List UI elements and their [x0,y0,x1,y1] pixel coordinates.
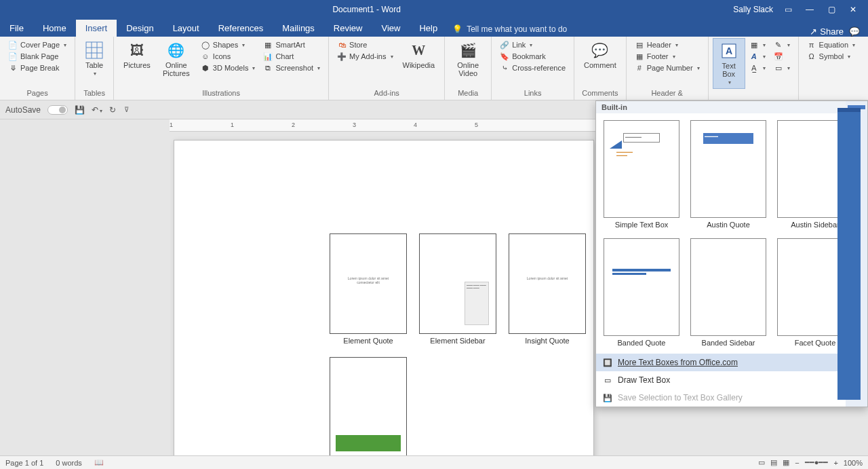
redo-button[interactable]: ↻ [109,105,116,115]
tab-references[interactable]: References [209,20,273,37]
quick-parts-button[interactable]: ▦▾ [748,39,767,50]
comments-pane-icon[interactable]: 💬 [849,26,860,37]
group-addins-label: Add-ins [333,89,440,98]
online-video-icon: 🎬 [458,41,477,60]
group-links: 🔗Link▾ 🔖Bookmark ⤷Cross-reference Links [492,37,574,100]
tab-insert[interactable]: Insert [76,20,117,37]
tab-layout[interactable]: Layout [163,20,209,37]
web-layout-button[interactable]: ▦ [783,458,789,467]
lightbulb-icon: 💡 [452,24,462,34]
minimize-button[interactable]: — [803,5,816,14]
blank-page-button[interactable]: 📄Blank Page [7,51,68,62]
my-addins-button[interactable]: ➕My Add-ins▾ [336,51,394,62]
ribbon-display-icon[interactable]: ▭ [781,5,795,14]
save-button[interactable]: 💾 [75,105,85,115]
page-number-label: Page Number [647,64,693,72]
autosave-toggle[interactable] [47,105,68,115]
tab-help[interactable]: Help [410,20,447,37]
qat-customize-button[interactable]: ⊽ [124,106,129,113]
tab-mailings[interactable]: Mailings [273,20,324,37]
wordart-icon: A [749,52,759,61]
draw-text-box-button[interactable]: ▭ Draw Text Box [596,371,867,389]
gallery-label: Banded Quote [618,339,666,347]
cover-page-button[interactable]: 📄Cover Page▾ [7,39,68,50]
gallery-item-insight-sidebar[interactable]: Insight Sidebar [330,357,407,468]
text-box-button[interactable]: AText Box▾ [713,38,745,89]
gallery-item-banded-sidebar[interactable]: Banded Sidebar [690,238,767,347]
gallery-item-element-quote[interactable]: Lorem ipsum dolor sit amet consectetur e… [330,233,407,345]
bookmark-button[interactable]: 🔖Bookmark [498,51,567,62]
smartart-button[interactable]: ▦SmartArt [262,39,321,50]
page-number-button[interactable]: #Page Number▾ [633,62,701,73]
equation-icon: π [807,40,816,50]
wordart-button[interactable]: A▾ [748,51,767,62]
pictures-button[interactable]: 🖼Pictures [118,38,156,72]
date-time-button[interactable]: 📅 [772,51,791,62]
online-video-button[interactable]: 🎬Online Video [449,38,487,80]
window-title: Document1 - Word [0,5,733,14]
gallery-item-insight-quote[interactable]: Lorem ipsum dolor sit amet Insight Quote [509,233,586,345]
close-button[interactable]: ✕ [846,5,860,14]
group-text-label [713,97,794,98]
tab-home[interactable]: Home [33,20,76,37]
zoom-slider[interactable]: ━━●━━ [805,458,829,467]
gallery-label: Insight Quote [525,337,569,345]
tab-review[interactable]: Review [324,20,372,37]
footer-button[interactable]: ▦Footer▾ [633,51,701,62]
cross-reference-button[interactable]: ⤷Cross-reference [498,62,567,73]
gallery-item-simple-text-box[interactable]: ▬▬▬▬▬▬ Simple Text Box [603,120,680,229]
date-time-icon: 📅 [774,52,783,61]
page-count[interactable]: Page 1 of 1 [5,459,43,467]
group-comments-label: Comments [578,89,622,98]
page-break-button[interactable]: ⤋Page Break [7,62,68,73]
signature-icon: ✎ [774,40,783,50]
comment-button[interactable]: 💬Comment [578,38,622,72]
equation-label: Equation [819,41,848,49]
object-button[interactable]: ▭▾ [772,62,791,73]
svg-text:A: A [726,45,732,56]
gallery-item-banded-quote[interactable]: Banded Quote [603,238,680,347]
tab-file[interactable]: File [0,20,33,37]
tell-me-search[interactable]: 💡 Tell me what you want to do [447,22,572,37]
zoom-out-button[interactable]: − [795,459,799,467]
shapes-button[interactable]: ◯Shapes▾ [199,39,257,50]
word-count[interactable]: 0 words [56,459,82,467]
equation-button[interactable]: πEquation▾ [806,39,856,50]
share-button[interactable]: ↗ Share [810,26,844,37]
zoom-level[interactable]: 100% [844,459,863,467]
page-number-icon: # [635,63,644,73]
signature-line-button[interactable]: ✎▾ [772,39,791,50]
link-button[interactable]: 🔗Link▾ [498,39,567,50]
3d-models-button[interactable]: ⬢3D Models▾ [199,62,257,73]
print-layout-button[interactable]: ▤ [770,458,777,467]
dropdown-header: Built-in [596,101,867,113]
symbol-button[interactable]: ΩSymbol▾ [806,51,856,62]
read-mode-button[interactable]: ▭ [758,458,765,467]
undo-button[interactable]: ↶▾ [92,105,102,115]
header-icon: ▤ [635,40,644,50]
chart-button[interactable]: 📊Chart [262,51,321,62]
online-pictures-button[interactable]: 🌐Online Pictures [156,38,197,80]
screenshot-button[interactable]: ⧉Screenshot▾ [262,62,321,73]
gallery-item-austin-quote[interactable]: ▬▬▬▬▬ Austin Quote [690,120,767,229]
tab-design[interactable]: Design [117,20,163,37]
user-name[interactable]: Sally Slack [733,5,773,14]
wikipedia-button[interactable]: WWikipedia [397,38,441,72]
zoom-in-button[interactable]: + [833,459,837,467]
chart-label: Chart [275,52,294,60]
maximize-button[interactable]: ▢ [825,5,838,14]
header-button[interactable]: ▤Header▾ [633,39,701,50]
footer-label: Footer [647,52,669,60]
icons-icon: ☺ [201,52,210,61]
spell-check-icon[interactable]: 📖 [94,458,104,467]
store-button[interactable]: 🛍Store [336,39,394,50]
group-text: AText Box▾ ▦▾ A▾ A̲▾ ✎▾ 📅 ▭▾ [709,37,799,100]
table-button[interactable]: Table▾ [79,38,109,79]
gallery-item-element-sidebar[interactable]: ▬▬▬ ▬▬▬ ▬▬▬ ▬▬▬ ▬▬▬ Element Sidebar [419,233,496,345]
icons-button[interactable]: ☺Icons [199,51,257,62]
more-text-boxes-button[interactable]: 🔲 More Text Boxes from Office.com ▸ [596,354,867,371]
svg-rect-0 [86,42,102,58]
tab-view[interactable]: View [372,20,410,37]
comment-icon: 💬 [591,41,610,60]
drop-cap-button[interactable]: A̲▾ [748,62,767,73]
